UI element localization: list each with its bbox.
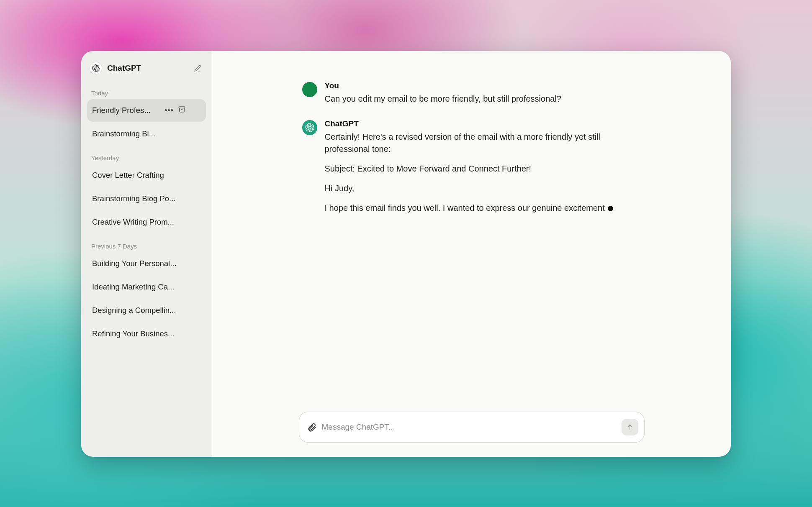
new-chat-button[interactable] xyxy=(192,62,203,74)
composer xyxy=(299,412,645,443)
composer-input[interactable] xyxy=(322,422,617,432)
message-assistant: ChatGPT Certainly! Here's a revised vers… xyxy=(302,119,641,214)
sidebar-section-label: Today xyxy=(87,79,206,99)
chat-thread: You Can you edit my email to be more fri… xyxy=(302,81,641,214)
chat-main: You Can you edit my email to be more fri… xyxy=(212,51,731,457)
sidebar-section-label: Yesterday xyxy=(87,145,206,164)
conversation-item[interactable]: Designing a Compellin... xyxy=(87,299,206,322)
more-icon[interactable]: ••• xyxy=(164,107,174,114)
conversation-item[interactable]: Creative Writing Prom... xyxy=(87,211,206,233)
conversation-item[interactable]: Brainstorming Bl... xyxy=(87,123,206,145)
sidebar: ChatGPT Today Friendly Profes... ••• Bra… xyxy=(81,51,212,457)
conversation-item[interactable]: Refining Your Busines... xyxy=(87,323,206,345)
conversation-title: Refining Your Busines... xyxy=(92,329,201,338)
archive-icon[interactable] xyxy=(178,105,186,115)
svg-rect-0 xyxy=(179,107,185,108)
streaming-cursor-icon xyxy=(608,206,613,211)
conversation-title: Friendly Profes... xyxy=(92,106,161,115)
sender-label: You xyxy=(325,81,641,90)
conversation-item[interactable]: Cover Letter Crafting xyxy=(87,164,206,187)
sidebar-section-label: Previous 7 Days xyxy=(87,233,206,252)
conversation-title: Brainstorming Bl... xyxy=(92,129,201,138)
app-window: ChatGPT Today Friendly Profes... ••• Bra… xyxy=(81,51,731,457)
message-user: You Can you edit my email to be more fri… xyxy=(302,81,641,105)
conversation-title: Creative Writing Prom... xyxy=(92,218,201,227)
conversation-item[interactable]: Ideating Marketing Ca... xyxy=(87,276,206,298)
send-button[interactable] xyxy=(622,419,638,435)
brand-name: ChatGPT xyxy=(107,64,187,73)
sidebar-section-today: Friendly Profes... ••• Brainstorming Bl.… xyxy=(87,99,206,145)
message-text: Can you edit my email to be more friendl… xyxy=(325,93,641,105)
conversation-title: Brainstorming Blog Po... xyxy=(92,194,201,203)
conversation-item[interactable]: Building Your Personal... xyxy=(87,252,206,275)
sidebar-header: ChatGPT xyxy=(87,61,206,79)
conversation-title: Building Your Personal... xyxy=(92,259,201,268)
user-avatar xyxy=(302,82,317,97)
conversation-title: Cover Letter Crafting xyxy=(92,171,201,180)
sidebar-section-yesterday: Cover Letter Crafting Brainstorming Blog… xyxy=(87,164,206,233)
conversation-title: Ideating Marketing Ca... xyxy=(92,282,201,292)
chat-scroll[interactable]: You Can you edit my email to be more fri… xyxy=(212,51,731,457)
assistant-avatar-icon xyxy=(302,120,317,135)
sidebar-section-prev7: Building Your Personal... Ideating Marke… xyxy=(87,252,206,345)
conversation-title: Designing a Compellin... xyxy=(92,306,201,315)
conversation-item[interactable]: Brainstorming Blog Po... xyxy=(87,187,206,210)
brand-logo-icon xyxy=(90,62,102,74)
message-text: Certainly! Here's a revised version of t… xyxy=(325,131,641,214)
sender-label: ChatGPT xyxy=(325,119,641,128)
conversation-item[interactable]: Friendly Profes... ••• xyxy=(87,99,206,122)
attach-icon[interactable] xyxy=(307,422,317,432)
